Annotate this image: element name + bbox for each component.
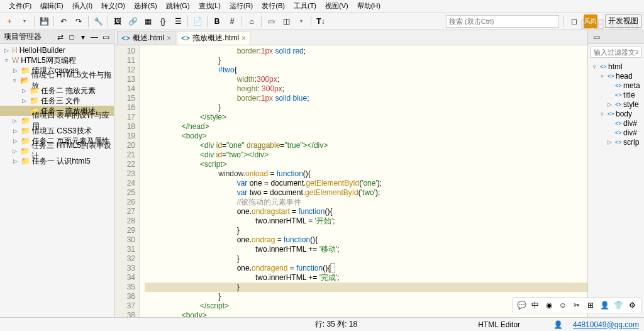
new-dropdown[interactable]: ▾ <box>18 14 31 28</box>
menu-item[interactable]: 编辑(E) <box>36 0 67 12</box>
tree-item[interactable]: ▿WHTML5网页编程 <box>0 55 114 65</box>
menu-icon[interactable]: ▾ <box>79 33 87 42</box>
menu-item[interactable]: 视图(V) <box>321 0 352 12</box>
user-email[interactable]: 44810049@qq.com <box>573 320 639 329</box>
warn-icon[interactable]: 风尚 <box>584 14 597 28</box>
menu-item[interactable]: 插入(I) <box>69 0 96 12</box>
editor-tab[interactable]: <>概述.html× <box>117 31 175 45</box>
tag-code-icon[interactable]: # <box>225 14 239 28</box>
panel-title-text: 项目管理器 <box>4 31 42 42</box>
tree-item[interactable]: ▷📁情境四 表单的设计与应用 <box>0 116 114 126</box>
cursor-position: 行: 35 列: 18 <box>315 319 357 330</box>
cut-icon[interactable]: ✂ <box>572 300 582 310</box>
project-tree: ▷HHelloHBuilder▿WHTML5网页编程▷📁情境六canvas▿📂情… <box>0 44 114 317</box>
outline-filter-input[interactable] <box>591 47 641 58</box>
doc-icon[interactable]: 📄 <box>191 14 204 28</box>
menu-item[interactable]: 发行(B) <box>258 0 289 12</box>
menu-item[interactable]: 文件(F) <box>5 0 35 12</box>
view-b-icon[interactable]: ◫ <box>279 14 293 28</box>
menu-item[interactable]: 工具(T) <box>290 0 320 12</box>
user-icon[interactable]: 👤 <box>599 300 609 310</box>
target-icon[interactable]: ◉ <box>544 300 554 310</box>
save-icon[interactable]: 💾 <box>37 14 51 28</box>
tab-close-icon[interactable]: × <box>167 34 171 43</box>
view-dropdown[interactable]: ▾ <box>294 14 308 28</box>
menu-item[interactable]: 选择(S) <box>130 0 161 12</box>
code-icon[interactable]: {} <box>156 14 170 28</box>
view-a-icon[interactable]: ▭ <box>264 14 278 28</box>
dev-view-label[interactable]: 开发视图 <box>605 14 641 28</box>
outline-item[interactable]: <>div# <box>588 118 644 128</box>
list-icon[interactable]: ☰ <box>171 14 185 28</box>
undo-icon[interactable]: ↶ <box>57 14 70 28</box>
outline-item[interactable]: <>div# <box>588 128 644 137</box>
outline-panel: ▭ ▿<>html▿<>head<>meta<>title▷<>style▿<>… <box>587 30 644 317</box>
menu-item[interactable]: 转义(O) <box>97 0 129 12</box>
grid-icon[interactable]: ⊞ <box>586 300 596 310</box>
tab-close-icon[interactable]: × <box>242 34 246 43</box>
outline-item[interactable]: ▷<>style <box>588 99 644 109</box>
new-button[interactable]: + <box>3 14 16 28</box>
sort-icon[interactable]: □ <box>67 33 76 42</box>
gear-icon[interactable]: ⚙ <box>627 300 637 310</box>
redo-icon[interactable]: ↷ <box>72 14 86 28</box>
box-icon[interactable]: ◻ <box>567 14 581 28</box>
outline-min-icon[interactable]: ▭ <box>592 33 601 42</box>
table-icon[interactable]: ▦ <box>141 14 155 28</box>
menubar: 文件(F)编辑(E)插入(I)转义(O)选择(S)跳转(G)查找(L)运行(R)… <box>0 0 644 13</box>
project-manager-panel: 项目管理器 ⇄ □ ▾ — ▭ ▷HHelloHBuilder▿WHTML5网页… <box>0 30 114 317</box>
editor-tab[interactable]: <>拖放概述.html× <box>177 31 250 45</box>
user-status-icon[interactable]: 👤 <box>553 320 563 330</box>
code-editor[interactable]: border:1px solid red; } #two{ width:300p… <box>140 45 587 317</box>
cn-icon[interactable]: 中 <box>530 300 540 310</box>
line-gutter: 1011121314151617181920212223242526272829… <box>114 45 140 317</box>
editor-area: <>概述.html×<>拖放概述.html× 10111213141516171… <box>114 30 587 317</box>
panel-title: 项目管理器 ⇄ □ ▾ — ▭ <box>0 30 114 44</box>
tree-item[interactable]: ▷📁任务三 HTML5的表单设计 <box>0 146 114 156</box>
outline-title: ▭ <box>588 30 644 44</box>
chat-icon[interactable]: 💬 <box>516 300 526 310</box>
tree-item[interactable]: ▿📂情境七 HTML5文件与拖放 <box>0 76 114 86</box>
home-icon[interactable]: ⌂ <box>245 14 258 28</box>
outline-item[interactable]: <>title <box>588 90 644 99</box>
search-input[interactable] <box>446 15 559 28</box>
editor-tabs: <>概述.html×<>拖放概述.html× <box>114 30 587 45</box>
outline-item[interactable]: ▿<>head <box>588 71 644 81</box>
tool-icon[interactable]: 🔧 <box>91 14 105 28</box>
shirt-icon[interactable]: 👕 <box>613 300 623 310</box>
tree-item[interactable]: ▷HHelloHBuilder <box>0 45 114 55</box>
statusbar: 行: 35 列: 18 HTML Editor 👤 44810049@qq.co… <box>0 317 644 331</box>
toolbar: + ▾ 💾 ↶ ↷ 🔧 🖼 🔗 ▦ {} ☰ 📄 B # ⌂ ▭ ◫ ▾ T↓ … <box>0 13 644 30</box>
menu-item[interactable]: 运行(R) <box>226 0 257 12</box>
outline-item[interactable]: ▿<>html <box>588 62 644 71</box>
menu-item[interactable]: 查找(L) <box>195 0 225 12</box>
outline-tree: ▿<>html▿<>head<>meta<>title▷<>style▿<>bo… <box>588 60 644 148</box>
link-icon[interactable]: ⇄ <box>56 33 65 42</box>
tag-b-icon[interactable]: B <box>210 14 224 28</box>
outline-item[interactable]: <>meta <box>588 81 644 90</box>
outline-item[interactable]: ▿<>body <box>588 109 644 118</box>
outline-item[interactable]: ▷<>scrip <box>588 137 644 147</box>
menu-item[interactable]: 帮助(H) <box>353 0 384 12</box>
tree-item[interactable]: ▷📁任务三 文件 <box>0 96 114 106</box>
link-icon[interactable]: 🔗 <box>126 14 140 28</box>
menu-item[interactable]: 跳转(G) <box>162 0 194 12</box>
text-icon[interactable]: T↓ <box>314 14 328 28</box>
float-toolbar: 💬 中 ◉ ☺ ✂ ⊞ 👤 👕 ⚙ <box>512 297 641 313</box>
min-icon[interactable]: — <box>90 33 99 42</box>
smile-icon[interactable]: ☺ <box>558 300 568 310</box>
image-icon[interactable]: 🖼 <box>111 14 125 28</box>
editor-mode: HTML Editor <box>478 320 520 329</box>
more-icon[interactable]: ▭ <box>101 33 110 42</box>
